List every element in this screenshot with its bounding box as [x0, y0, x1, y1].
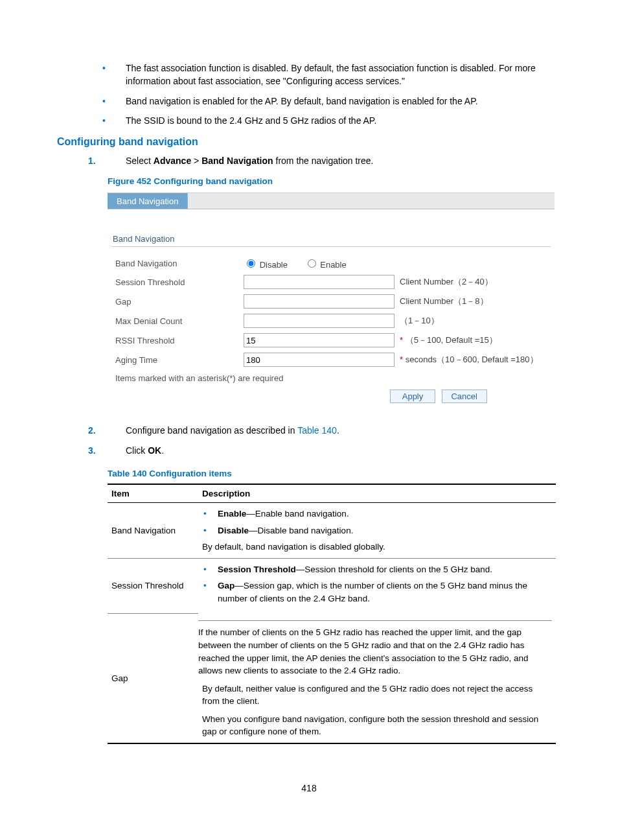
cell-description: If the number of clients on the 5 GHz ra…	[198, 613, 556, 743]
input-rssi-threshold[interactable]	[244, 333, 395, 347]
cell-description: Enable—Enable band navigation. Disable—D…	[198, 503, 556, 559]
section-heading: Configuring band navigation	[57, 136, 561, 148]
form-title: Band Navigation	[111, 234, 551, 247]
input-gap[interactable]	[244, 294, 395, 309]
hint-gap: Client Number（1－8）	[397, 292, 551, 311]
label-session-threshold: Session Threshold	[111, 272, 241, 292]
list-item: The fast association function is disable…	[102, 62, 561, 88]
table-row: Band Navigation Enable—Enable band navig…	[108, 503, 556, 559]
step-bold: Advance	[154, 156, 191, 166]
config-table: Item Description Band Navigation Enable—…	[108, 484, 556, 744]
tab-bar: Band Navigation	[108, 193, 555, 209]
table-link[interactable]: Table 140	[297, 425, 337, 436]
figure-screenshot: Band Navigation Band Navigation Band Nav…	[108, 192, 555, 406]
hint-max-denial: （1－10）	[397, 311, 551, 331]
label-max-denial: Max Denial Count	[111, 311, 241, 331]
cell-description: Session Threshold—Session threshold for …	[198, 558, 556, 613]
step-number: 3.	[88, 444, 96, 457]
table-row: Session Threshold Session Threshold—Sess…	[108, 558, 556, 613]
radio-disable[interactable]: Disable	[244, 260, 288, 270]
input-aging-time[interactable]	[244, 353, 395, 367]
tab-band-navigation[interactable]: Band Navigation	[108, 193, 188, 209]
step-text: Select	[126, 156, 154, 166]
label-band-navigation: Band Navigation	[111, 255, 241, 272]
cell-item: Gap	[108, 613, 198, 743]
input-session-threshold[interactable]	[244, 275, 395, 289]
list-item: The SSID is bound to the 2.4 GHz and 5 G…	[102, 114, 561, 127]
list-item: Band navigation is enabled for the AP. B…	[102, 95, 561, 108]
cancel-button[interactable]: Cancel	[442, 390, 487, 403]
intro-bullet-list: The fast association function is disable…	[102, 62, 561, 127]
cell-item: Band Navigation	[108, 503, 198, 559]
table-caption: Table 140 Configuration items	[108, 469, 561, 478]
step-3: 3. Click OK.	[88, 444, 561, 457]
figure-caption: Figure 452 Configuring band navigation	[108, 176, 561, 186]
col-item: Item	[108, 484, 198, 503]
step-number: 1.	[88, 154, 96, 167]
input-max-denial[interactable]	[244, 314, 395, 328]
hint-aging-time: * seconds（10－600, Default =180）	[397, 350, 551, 369]
hint-rssi-threshold: * （5－100, Default =15）	[397, 331, 551, 350]
step-bold: Band Navigation	[201, 156, 273, 166]
hint-session-threshold: Client Number（2－40）	[397, 272, 551, 292]
label-aging-time: Aging Time	[111, 350, 241, 369]
radio-enable[interactable]: Enable	[304, 260, 347, 270]
table-row: Gap If the number of clients on the 5 GH…	[108, 613, 556, 743]
page-number: 418	[57, 783, 561, 793]
label-rssi-threshold: RSSI Threshold	[111, 331, 241, 350]
step-number: 2.	[88, 424, 96, 437]
required-note: Items marked with an asterisk(*) are req…	[115, 373, 551, 383]
cell-item: Session Threshold	[108, 558, 198, 613]
col-description: Description	[198, 484, 556, 503]
step-2: 2. Configure band navigation as describe…	[88, 424, 561, 437]
apply-button[interactable]: Apply	[390, 390, 435, 403]
label-gap: Gap	[111, 292, 241, 311]
step-1: 1. Select Advance > Band Navigation from…	[88, 154, 561, 167]
